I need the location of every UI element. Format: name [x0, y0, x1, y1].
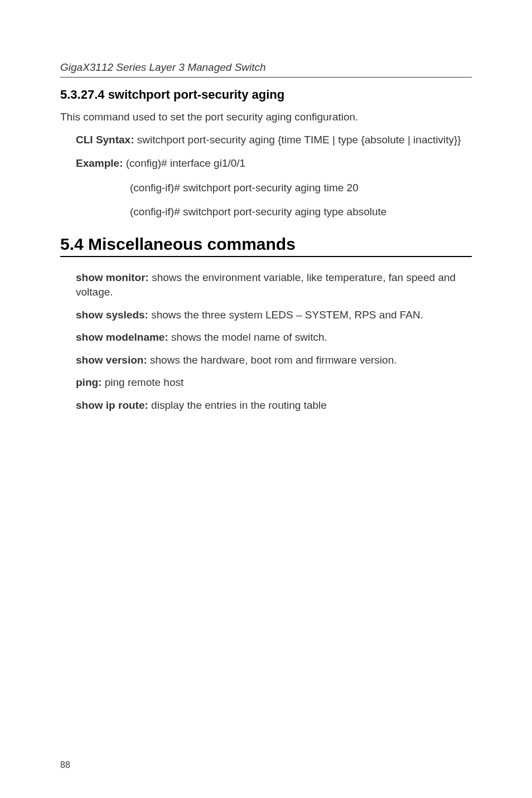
misc-item: ping: ping remote host — [76, 375, 472, 390]
misc-text: display the entries in the routing table — [151, 399, 327, 411]
misc-label: ping: — [76, 376, 105, 388]
misc-label: show version: — [76, 354, 150, 366]
misc-text: ping remote host — [105, 376, 184, 388]
page-number: 88 — [60, 760, 70, 770]
misc-label: show sysleds: — [76, 309, 151, 321]
cli-syntax-line: CLI Syntax: switchport port-security agi… — [76, 132, 472, 148]
misc-item: show ip route: display the entries in th… — [76, 398, 472, 413]
page-header: GigaX3112 Series Layer 3 Managed Switch — [60, 61, 472, 78]
misc-label: show modelname: — [76, 331, 171, 343]
misc-label: show monitor: — [76, 272, 152, 283]
example-text-1: (config)# interface gi1/0/1 — [126, 157, 245, 169]
misc-text: shows the three system LEDS – SYSTEM, RP… — [151, 309, 423, 321]
cli-block: CLI Syntax: switchport port-security agi… — [60, 132, 472, 220]
misc-text: shows the model name of switch. — [171, 331, 327, 343]
misc-list: show monitor: shows the environment vari… — [60, 270, 472, 413]
misc-text: shows the hardware, boot rom and firmwar… — [150, 354, 396, 366]
misc-heading: 5.4 Miscellaneous commands — [60, 235, 472, 257]
misc-label: show ip route: — [76, 399, 151, 411]
misc-item: show modelname: shows the model name of … — [76, 330, 472, 345]
cli-text: switchport port-security aging {time TIM… — [137, 134, 461, 146]
misc-item: show sysleds: shows the three system LED… — [76, 308, 472, 323]
misc-item: show monitor: shows the environment vari… — [76, 270, 472, 300]
example-line-3: (config-if)# switchport port-security ag… — [76, 204, 472, 220]
example-line-1: Example: (config)# interface gi1/0/1 — [76, 155, 472, 171]
example-label: Example: — [76, 157, 126, 169]
misc-item: show version: shows the hardware, boot r… — [76, 353, 472, 368]
section-heading: 5.3.27.4 switchport port-security aging — [60, 88, 472, 102]
cli-label: CLI Syntax: — [76, 134, 137, 146]
example-line-2: (config-if)# switchport port-security ag… — [76, 180, 472, 196]
section-intro: This command used to set the port securi… — [60, 110, 472, 124]
